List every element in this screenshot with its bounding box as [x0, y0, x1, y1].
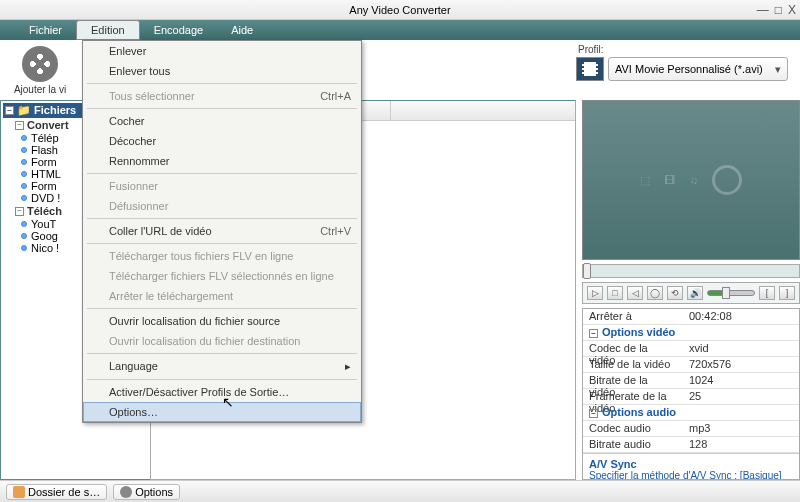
- minimize-icon[interactable]: —: [757, 3, 769, 17]
- gear-icon: [120, 486, 132, 498]
- menu-item[interactable]: Tous sélectionnerCtrl+A: [83, 86, 361, 106]
- collapse-icon[interactable]: −: [15, 207, 24, 216]
- film-icon: [582, 62, 598, 76]
- prev-button[interactable]: ◁: [627, 286, 643, 300]
- prop-row[interactable]: Bitrate audio128: [583, 437, 799, 453]
- add-video-label: Ajouter la vi: [14, 84, 66, 95]
- play-button[interactable]: ▷: [587, 286, 603, 300]
- help-title: A/V Sync: [589, 458, 793, 470]
- loop-button[interactable]: ⟲: [667, 286, 683, 300]
- profile-area: Profil: AVI Movie Personnalisé (*.avi) ▾: [576, 44, 788, 81]
- volume-button[interactable]: 🔊: [687, 286, 703, 300]
- menu-item[interactable]: Language▸: [83, 356, 361, 377]
- bullet-icon: [21, 183, 27, 189]
- volume-slider[interactable]: [707, 290, 755, 296]
- menu-item[interactable]: Activer/Désactiver Profils de Sortie…: [83, 382, 361, 402]
- seek-slider[interactable]: [582, 264, 800, 278]
- output-folder-button[interactable]: Dossier de s…: [6, 484, 107, 500]
- menu-item[interactable]: Enlever tous: [83, 61, 361, 81]
- menu-item[interactable]: Fusionner: [83, 176, 361, 196]
- profile-thumb-button[interactable]: [576, 57, 604, 81]
- profile-label: Profil:: [576, 44, 788, 55]
- collapse-icon[interactable]: −: [589, 409, 598, 418]
- properties-panel: Arrêter à00:42:08−Options vidéoCodec de …: [582, 308, 800, 480]
- menu-edition[interactable]: Edition: [76, 20, 140, 40]
- prop-row[interactable]: Bitrate de la vidéo1024: [583, 373, 799, 389]
- profile-select[interactable]: AVI Movie Personnalisé (*.avi) ▾: [608, 57, 788, 81]
- bracket-right-button[interactable]: ]: [779, 286, 795, 300]
- separator: [87, 173, 357, 174]
- edition-menu: EnleverEnlever tousTous sélectionnerCtrl…: [82, 40, 362, 423]
- menu-aide[interactable]: Aide: [217, 21, 267, 39]
- menu-item[interactable]: Télécharger tous fichiers FLV en ligne: [83, 246, 361, 266]
- menu-item[interactable]: Enlever: [83, 41, 361, 61]
- separator: [87, 308, 357, 309]
- menu-item[interactable]: Ouvrir localisation du fichier destinati…: [83, 331, 361, 351]
- bullet-icon: [21, 135, 27, 141]
- video-preview: ⬚ 🎞 ♫: [582, 100, 800, 260]
- menu-fichier[interactable]: Fichier: [15, 21, 76, 39]
- bullet-icon: [21, 159, 27, 165]
- player-controls: ▷□◁◯⟲🔊[]: [582, 282, 800, 304]
- separator: [87, 108, 357, 109]
- add-video-button[interactable]: Ajouter la vi: [10, 46, 70, 95]
- menu-item[interactable]: Arrêter le téléchargement: [83, 286, 361, 306]
- bullet-icon: [21, 195, 27, 201]
- menu-item[interactable]: Défusionner: [83, 196, 361, 216]
- separator: [87, 353, 357, 354]
- statusbar: Dossier de s… Options: [0, 480, 800, 502]
- prop-row[interactable]: Arrêter à00:42:08: [583, 309, 799, 325]
- chevron-right-icon: ▸: [345, 360, 351, 373]
- prop-row[interactable]: Taille de la vidéo720x576: [583, 357, 799, 373]
- prop-row[interactable]: Framerate de la vidéo25: [583, 389, 799, 405]
- bullet-icon: [21, 221, 27, 227]
- maximize-icon[interactable]: □: [775, 3, 782, 17]
- menu-item[interactable]: Coller l'URL de vidéoCtrl+V: [83, 221, 361, 241]
- snapshot-button[interactable]: ◯: [647, 286, 663, 300]
- profile-value: AVI Movie Personnalisé (*.avi): [615, 63, 763, 75]
- help-desc: Specifier la méthode d'A/V Sync : [Basiq…: [589, 470, 793, 480]
- help-box: A/V Sync Specifier la méthode d'A/V Sync…: [583, 453, 799, 480]
- bullet-icon: [21, 147, 27, 153]
- prop-row[interactable]: Codec de la vidéoxvid: [583, 341, 799, 357]
- options-button[interactable]: Options: [113, 484, 180, 500]
- film-reel-icon: [22, 46, 58, 82]
- menubar: FichierEditionEncodageAide: [0, 20, 800, 40]
- window-title: Any Video Converter: [349, 4, 450, 16]
- bullet-icon: [21, 245, 27, 251]
- menu-item[interactable]: Rennommer: [83, 151, 361, 171]
- titlebar: Any Video Converter — □ X: [0, 0, 800, 20]
- collapse-icon[interactable]: −: [15, 121, 24, 130]
- menu-encodage[interactable]: Encodage: [140, 21, 218, 39]
- menu-item[interactable]: Cocher: [83, 111, 361, 131]
- device-icon: ⬚: [640, 174, 650, 187]
- stop-button[interactable]: □: [607, 286, 623, 300]
- folder-icon: [13, 486, 25, 498]
- prop-group[interactable]: −Options audio: [583, 405, 799, 421]
- menu-item[interactable]: Télécharger fichiers FLV sélectionnés en…: [83, 266, 361, 286]
- prop-row[interactable]: Codec audiomp3: [583, 421, 799, 437]
- volume-knob[interactable]: [722, 287, 730, 299]
- prop-group[interactable]: −Options vidéo: [583, 325, 799, 341]
- collapse-icon[interactable]: −: [589, 329, 598, 338]
- bracket-left-button[interactable]: [: [759, 286, 775, 300]
- music-icon: ♫: [689, 174, 697, 186]
- menu-item[interactable]: Ouvrir localisation du fichier source: [83, 311, 361, 331]
- seek-thumb[interactable]: [583, 263, 591, 279]
- close-icon[interactable]: X: [788, 3, 796, 17]
- separator: [87, 243, 357, 244]
- bullet-icon: [21, 233, 27, 239]
- menu-item[interactable]: Décocher: [83, 131, 361, 151]
- separator: [87, 218, 357, 219]
- bullet-icon: [21, 171, 27, 177]
- separator: [87, 379, 357, 380]
- separator: [87, 83, 357, 84]
- collapse-icon[interactable]: −: [5, 106, 14, 115]
- chevron-down-icon: ▾: [775, 63, 781, 76]
- menu-item[interactable]: Options…: [83, 402, 361, 422]
- disc-icon: [712, 165, 742, 195]
- film-icon: 🎞: [664, 174, 675, 186]
